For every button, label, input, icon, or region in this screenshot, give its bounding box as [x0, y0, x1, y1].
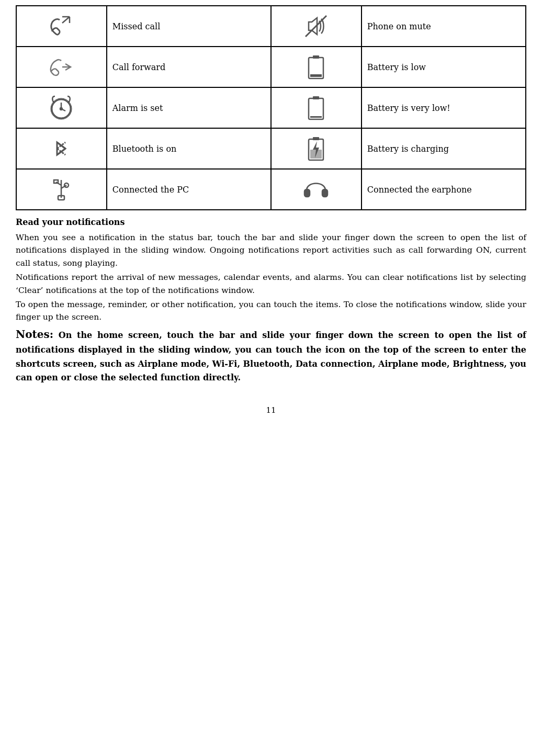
battery-very-low-icon [298, 92, 334, 123]
svg-rect-14 [313, 137, 319, 140]
alarm-set-label: Alarm is set [107, 87, 271, 128]
missed-call-icon [43, 10, 80, 42]
table-row: Missed call [16, 6, 526, 47]
connected-earphone-label: Connected the earphone [362, 169, 526, 210]
battery-charging-label: Battery is charging [362, 128, 526, 169]
alarm-set-svg [47, 93, 76, 122]
body-section: Read your notifications When you see a n… [16, 216, 526, 385]
earphone-icon-cell [271, 169, 362, 210]
svg-rect-11 [313, 96, 319, 99]
bluetooth-icon-cell [16, 128, 107, 169]
earphone-icon [298, 174, 334, 205]
svg-rect-23 [322, 189, 328, 197]
svg-rect-12 [310, 116, 322, 118]
table-row: Call forward [16, 47, 526, 87]
svg-rect-2 [313, 55, 319, 59]
usb-icon-cell [16, 169, 107, 210]
battery-low-icon-cell [271, 47, 362, 87]
battery-very-low-svg [301, 93, 331, 122]
svg-point-7 [60, 108, 62, 110]
notes-text: On the home screen, touch the bar and sl… [16, 330, 526, 382]
call-forward-label: Call forward [107, 47, 271, 87]
table-row: Alarm is set Battery is very low! [16, 87, 526, 128]
body-paragraph-2: Notifications report the arrival of new … [16, 271, 526, 297]
svg-rect-22 [304, 189, 310, 197]
phone-mute-icon-cell [271, 6, 362, 47]
svg-rect-3 [310, 74, 322, 77]
page-number: 11 [16, 405, 526, 415]
body-paragraph-3: To open the message, reminder, or other … [16, 298, 526, 324]
read-notifications-heading: Read your notifications [16, 216, 526, 229]
earphone-svg [301, 175, 331, 204]
alarm-set-icon-cell [16, 87, 107, 128]
call-forward-icon-cell [16, 47, 107, 87]
bluetooth-svg [47, 134, 76, 163]
alarm-set-icon [43, 92, 80, 123]
table-row: Bluetooth is on [16, 128, 526, 169]
bluetooth-label: Bluetooth is on [107, 128, 271, 169]
usb-svg [47, 175, 76, 204]
battery-charging-icon [298, 133, 334, 164]
bluetooth-icon [43, 133, 80, 164]
call-forward-icon [43, 51, 80, 83]
phone-mute-svg [301, 12, 331, 41]
usb-icon [43, 174, 80, 205]
call-forward-svg [47, 52, 76, 82]
missed-call-label: Missed call [107, 6, 271, 47]
missed-call-icon-cell [16, 6, 107, 47]
battery-very-low-icon-cell [271, 87, 362, 128]
battery-low-label: Battery is low [362, 47, 526, 87]
missed-call-svg [47, 12, 76, 41]
icon-table: Missed call [16, 5, 526, 210]
battery-charging-svg [301, 134, 331, 163]
connected-pc-label: Connected the PC [107, 169, 271, 210]
notes-label: Notes: [16, 328, 53, 341]
phone-mute-label: Phone on mute [362, 6, 526, 47]
body-paragraph-1: When you see a notification in the statu… [16, 231, 526, 270]
battery-low-icon [298, 51, 334, 83]
page: Missed call [0, 0, 542, 431]
phone-mute-icon [298, 10, 334, 42]
battery-charging-icon-cell [271, 128, 362, 169]
battery-low-svg [301, 52, 331, 82]
notes-block: Notes: On the home screen, touch the bar… [16, 326, 526, 385]
svg-rect-18 [54, 180, 58, 183]
battery-very-low-label: Battery is very low! [362, 87, 526, 128]
table-row: Connected the PC [16, 169, 526, 210]
